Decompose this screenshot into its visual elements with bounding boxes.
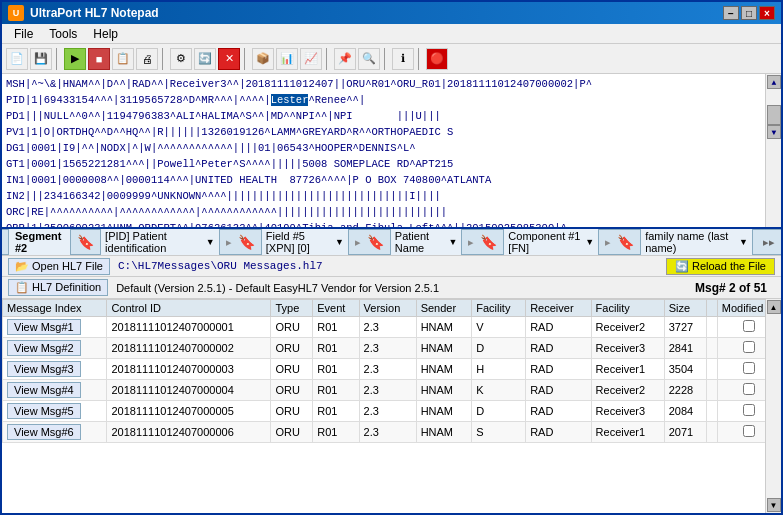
title-bar: U UltraPort HL7 Notepad − □ × [2,2,781,24]
hl7-line-4: PV1|1|O|ORTDHQ^^D^^HQ^^|R||||||132601912… [6,124,777,140]
table-row: View Msg#3 20181111012407000003 ORU R01 … [3,359,781,380]
menu-help[interactable]: Help [85,25,126,43]
reload-button[interactable]: 🔄 Reload the File [666,258,775,275]
cell-view-btn-4: View Msg#5 [3,401,107,422]
hl7-definition-button[interactable]: 📋 HL7 Definition [8,279,108,296]
refresh-button[interactable]: 🔄 [194,48,216,70]
modified-checkbox-2[interactable] [743,362,755,374]
field-dropdown-arrow: ▼ [335,237,344,247]
cell-size-2: 3504 [664,359,706,380]
view-msg-button-0[interactable]: View Msg#1 [7,319,81,335]
stop-button[interactable]: ■ [88,48,110,70]
pin-button[interactable]: 📌 [334,48,356,70]
view-msg-button-3[interactable]: View Msg#4 [7,382,81,398]
col-message-index: Message Index [3,300,107,317]
view-msg-button-1[interactable]: View Msg#2 [7,340,81,356]
window-title: UltraPort HL7 Notepad [30,6,723,20]
cell-event-0: R01 [313,317,359,338]
field-dropdown[interactable]: Field #5 [XPN] [0] ▼ [261,228,349,256]
cell-version-5: 2.3 [359,422,416,443]
cell-version-2: 2.3 [359,359,416,380]
modified-checkbox-5[interactable] [743,425,755,437]
component-dropdown-arrow: ▼ [585,237,594,247]
hl7-line-6: GT1|0001|1565221281^^^||Powell^Peter^S^^… [6,156,777,172]
table-row: View Msg#5 20181111012407000005 ORU R01 … [3,401,781,422]
menu-bar: File Tools Help [2,24,781,44]
modified-checkbox-4[interactable] [743,404,755,416]
cell-control-id-3: 20181111012407000004 [107,380,271,401]
segment-dropdown[interactable]: [PID] Patient identification ▼ [100,228,220,256]
cell-version-1: 2.3 [359,338,416,359]
scroll-down-arrow[interactable]: ▼ [767,125,781,139]
view-msg-button-5[interactable]: View Msg#6 [7,424,81,440]
table-scroll-up[interactable]: ▲ [767,300,781,314]
table-scroll-down[interactable]: ▼ [767,498,781,512]
cell-event-2: R01 [313,359,359,380]
package-button[interactable]: 📦 [252,48,274,70]
open-hl7-file-button[interactable]: 📂 Open HL7 File [8,258,110,275]
hl7-line-3: PD1|||NULL^^0^^|1194796383^ALI^HALIMA^S^… [6,108,777,124]
component-name-label: Component #1 [FN] [508,230,582,254]
modified-checkbox-1[interactable] [743,341,755,353]
clear-button[interactable]: ✕ [218,48,240,70]
more-button[interactable]: ▸▸ [763,236,775,249]
open-button[interactable]: ▶ [64,48,86,70]
cell-extra-4 [706,401,717,422]
cell-version-3: 2.3 [359,380,416,401]
toolbar-separator-6 [418,48,422,70]
trend-button[interactable]: 📈 [300,48,322,70]
component-dropdown[interactable]: Component #1 [FN] ▼ [503,228,599,256]
cell-size-5: 2071 [664,422,706,443]
patient-dropdown[interactable]: Patient Name ▼ [390,228,463,256]
chart-button[interactable]: 📊 [276,48,298,70]
menu-tools[interactable]: Tools [41,25,85,43]
cell-sender-3: HNAM [416,380,472,401]
cell-receiver-2: RAD [526,359,591,380]
cell-control-id-0: 20181111012407000001 [107,317,271,338]
clipboard-button[interactable]: 📋 [112,48,134,70]
table-row: View Msg#2 20181111012407000002 ORU R01 … [3,338,781,359]
cell-facility2-5: Receiver1 [591,422,664,443]
definition-info-bar: 📋 HL7 Definition Default (Version 2.5.1)… [2,277,781,299]
cell-size-3: 2228 [664,380,706,401]
file-path-display: C:\HL7Messages\ORU Messages.hl7 [118,260,658,272]
minimize-button[interactable]: − [723,6,739,20]
scroll-thumb[interactable] [767,105,781,125]
cell-view-btn-3: View Msg#4 [3,380,107,401]
table-vertical-scrollbar[interactable]: ▲ ▼ [765,299,781,513]
cell-control-id-4: 20181111012407000005 [107,401,271,422]
family-dropdown[interactable]: family name (last name) ▼ [640,228,753,256]
scroll-up-arrow[interactable]: ▲ [767,75,781,89]
toolbar-separator-5 [384,48,388,70]
hl7-line-10: OBR|1|3500600231^HNM ORDERT^^|97626132^^… [6,220,777,229]
view-msg-button-4[interactable]: View Msg#5 [7,403,81,419]
search-button[interactable]: 🔍 [358,48,380,70]
modified-checkbox-3[interactable] [743,383,755,395]
cell-sender-4: HNAM [416,401,472,422]
hl7-line-8: IN2|||234166342|0009999^UNKNOWN^^^^|||||… [6,188,777,204]
col-facility-2: Facility [591,300,664,317]
modified-checkbox-0[interactable] [743,320,755,332]
info-button[interactable]: ℹ [392,48,414,70]
col-event: Event [313,300,359,317]
cell-event-5: R01 [313,422,359,443]
maximize-button[interactable]: □ [741,6,757,20]
menu-file[interactable]: File [6,25,41,43]
view-msg-button-2[interactable]: View Msg#3 [7,361,81,377]
cell-extra-1 [706,338,717,359]
toolbar-separator-4 [326,48,330,70]
close-button[interactable]: × [759,6,775,20]
cell-sender-5: HNAM [416,422,472,443]
print-button[interactable]: 🖨 [136,48,158,70]
hl7-vertical-scrollbar[interactable]: ▲ ▼ [765,74,781,227]
stop2-button[interactable]: 🔴 [426,48,448,70]
window-controls[interactable]: − □ × [723,6,775,20]
settings-button[interactable]: ⚙ [170,48,192,70]
hl7-line-5: DG1|0001|I9|^^|NODX|^|W|^^^^^^^^^^^^||||… [6,140,777,156]
patient-dropdown-arrow: ▼ [448,237,457,247]
new-button[interactable]: 📄 [6,48,28,70]
cell-view-btn-2: View Msg#3 [3,359,107,380]
segment-icon: 🔖 [77,234,94,250]
save-button[interactable]: 💾 [30,48,52,70]
def-icon: 📋 [15,281,29,293]
